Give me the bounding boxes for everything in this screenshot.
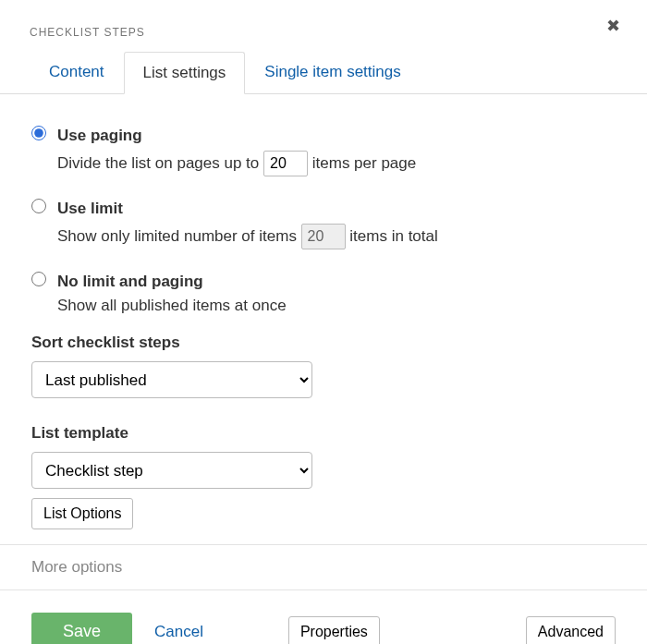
advanced-button[interactable]: Advanced	[526, 616, 616, 645]
tabs: Content List settings Single item settin…	[0, 52, 647, 94]
sort-field: Sort checklist steps Last published	[31, 334, 616, 398]
option-title: No limit and paging	[57, 273, 616, 291]
option-desc: Divide the list on pages up to items per…	[57, 151, 616, 176]
option-no-limit: No limit and paging Show all published i…	[31, 268, 616, 315]
properties-button[interactable]: Properties	[288, 616, 380, 645]
desc-post: items in total	[349, 227, 437, 245]
cancel-link[interactable]: Cancel	[154, 623, 203, 641]
option-title: Use paging	[57, 127, 616, 145]
paging-size-input[interactable]	[263, 151, 308, 176]
tab-panel-list-settings: Use paging Divide the list on pages up t…	[0, 94, 647, 529]
option-title: Use limit	[57, 200, 616, 218]
dialog: CHECKLIST STEPS Content List settings Si…	[0, 0, 647, 644]
template-select[interactable]: Checklist step	[31, 452, 312, 489]
tab-content[interactable]: Content	[30, 51, 124, 93]
tab-list-settings[interactable]: List settings	[124, 52, 246, 94]
option-desc: Show all published items at once	[57, 297, 616, 315]
close-icon[interactable]	[606, 18, 621, 33]
option-desc: Show only limited number of items items …	[57, 224, 616, 249]
sort-select[interactable]: Last published	[31, 361, 312, 398]
dialog-footer: Save Cancel Properties Advanced	[0, 590, 647, 644]
template-label: List template	[31, 424, 616, 443]
limit-size-input[interactable]	[301, 224, 346, 249]
save-button[interactable]: Save	[31, 613, 132, 644]
radio-no-limit[interactable]	[31, 272, 46, 286]
more-options-toggle[interactable]: More options	[0, 544, 647, 590]
radio-use-limit[interactable]	[31, 199, 46, 213]
desc-pre: Divide the list on pages up to	[57, 154, 263, 172]
option-use-paging: Use paging Divide the list on pages up t…	[31, 122, 616, 176]
dialog-title: CHECKLIST STEPS	[0, 0, 647, 52]
desc-pre: Show only limited number of items	[57, 227, 301, 245]
template-field: List template Checklist step List Option…	[31, 424, 616, 529]
option-use-limit: Use limit Show only limited number of it…	[31, 195, 616, 249]
sort-label: Sort checklist steps	[31, 334, 616, 352]
tab-single-item[interactable]: Single item settings	[245, 51, 420, 93]
list-options-button[interactable]: List Options	[31, 498, 133, 529]
radio-use-paging[interactable]	[31, 126, 46, 140]
desc-post: items per page	[312, 154, 416, 172]
